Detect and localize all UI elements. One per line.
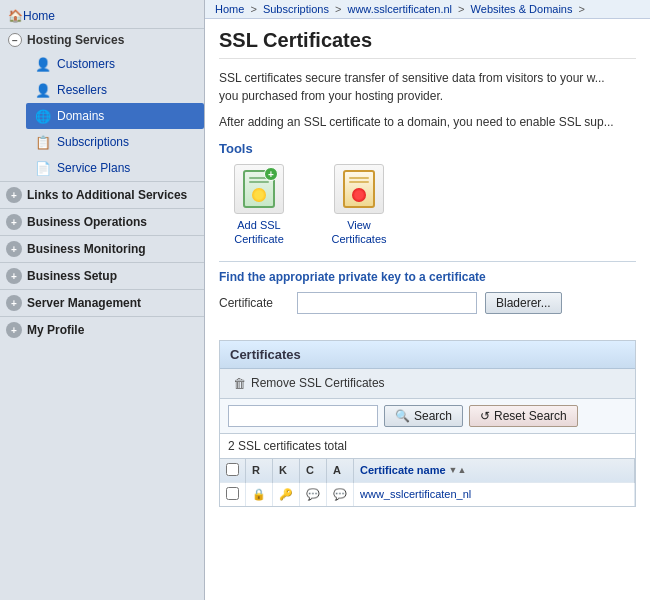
search-row: 🔍 Search ↺ Reset Search — [220, 399, 635, 434]
page-title: SSL Certificates — [219, 29, 636, 59]
table-header-row: R K C A Certificate name ▼▲ — [220, 459, 635, 483]
breadcrumb: Home > Subscriptions > www.sslcertificat… — [205, 0, 650, 19]
cert-status-r-icon: 🔒 — [252, 488, 266, 500]
plus-icon-3: + — [6, 241, 22, 257]
row1-check[interactable] — [226, 487, 239, 500]
sidebar-section-server-mgmt[interactable]: + Server Management — [0, 289, 204, 316]
select-all-checkbox[interactable] — [226, 463, 239, 476]
add-ssl-icon-box: + — [234, 164, 284, 214]
reset-icon: ↺ — [480, 409, 490, 423]
sidebar-section-business-ops[interactable]: + Business Operations — [0, 208, 204, 235]
certificates-section: Certificates 🗑 Remove SSL Certificates 🔍… — [219, 340, 636, 507]
add-ssl-label: Add SSLCertificate — [234, 218, 284, 247]
sep4: > — [579, 3, 585, 15]
trash-icon: 🗑 — [233, 376, 246, 391]
remove-btn-label: Remove SSL Certificates — [251, 376, 385, 390]
hosting-section-label: Hosting Services — [27, 33, 124, 47]
cert-key-icon: 🔑 — [279, 488, 293, 500]
col-checkbox — [220, 459, 246, 483]
cert-search-input[interactable] — [228, 405, 378, 427]
row1-name: www_sslcertificaten_nl — [354, 482, 635, 506]
search-btn-label: Search — [414, 409, 452, 423]
cert-name-col-label: Certificate name — [360, 464, 446, 476]
certificate-label: Certificate — [219, 296, 289, 310]
tools-row: + Add SSLCertificate — [219, 164, 636, 247]
table-row: 🔒 🔑 💬 💬 www_sslcertificaten_nl — [220, 482, 635, 506]
col-c-header: C — [300, 459, 327, 483]
cert-c-icon: 💬 — [306, 488, 320, 500]
description1: SSL certificates secure transfer of sens… — [219, 69, 636, 105]
service-plans-icon: 📄 — [34, 159, 52, 177]
certificates-table: R K C A Certificate name ▼▲ — [220, 459, 635, 506]
add-ssl-cert-icon: + — [243, 170, 275, 208]
sidebar-item-resellers[interactable]: 👤 Resellers — [26, 77, 204, 103]
sidebar-item-home[interactable]: 🏠 Home — [0, 4, 204, 29]
business-ops-label: Business Operations — [27, 215, 147, 229]
view-certs-icon-box — [334, 164, 384, 214]
breadcrumb-domain[interactable]: www.sslcertificaten.nl — [347, 3, 452, 15]
view-certs-tool[interactable]: View Certificates — [319, 164, 399, 247]
total-text: 2 SSL certificates total — [228, 439, 347, 453]
hosting-services-header[interactable]: − Hosting Services — [0, 29, 204, 51]
remove-ssl-button[interactable]: 🗑 Remove SSL Certificates — [228, 374, 390, 393]
certificate-form-row: Certificate Bladerer... — [219, 292, 636, 314]
reset-search-button[interactable]: ↺ Reset Search — [469, 405, 578, 427]
row1-r: 🔒 — [246, 482, 273, 506]
collapse-icon: − — [8, 33, 22, 47]
reset-btn-label: Reset Search — [494, 409, 567, 423]
breadcrumb-subscriptions[interactable]: Subscriptions — [263, 3, 329, 15]
sidebar-item-service-plans[interactable]: 📄 Service Plans — [26, 155, 204, 181]
col-r-header: R — [246, 459, 273, 483]
server-mgmt-label: Server Management — [27, 296, 141, 310]
total-row: 2 SSL certificates total — [220, 434, 635, 459]
subscriptions-label: Subscriptions — [57, 135, 129, 149]
sidebar-section-business-mon[interactable]: + Business Monitoring — [0, 235, 204, 262]
cert-toolbar: 🗑 Remove SSL Certificates — [220, 369, 635, 399]
resellers-label: Resellers — [57, 83, 107, 97]
cert-name-link[interactable]: www_sslcertificaten_nl — [360, 488, 471, 500]
resellers-icon: 👤 — [34, 81, 52, 99]
links-section-label: Links to Additional Services — [27, 188, 187, 202]
search-button[interactable]: 🔍 Search — [384, 405, 463, 427]
bladeren-button[interactable]: Bladerer... — [485, 292, 562, 314]
sidebar-item-domains[interactable]: 🌐 Domains — [26, 103, 204, 129]
plus-icon-4: + — [6, 268, 22, 284]
breadcrumb-websites[interactable]: Websites & Domains — [471, 3, 573, 15]
row1-k: 🔑 — [273, 482, 300, 506]
service-plans-label: Service Plans — [57, 161, 130, 175]
plus-icon-2: + — [6, 214, 22, 230]
breadcrumb-home[interactable]: Home — [215, 3, 244, 15]
tools-title: Tools — [219, 141, 636, 156]
domains-label: Domains — [57, 109, 104, 123]
sidebar-item-subscriptions[interactable]: 📋 Subscriptions — [26, 129, 204, 155]
business-mon-label: Business Monitoring — [27, 242, 146, 256]
certificates-header: Certificates — [220, 341, 635, 369]
sidebar-section-my-profile[interactable]: + My Profile — [0, 316, 204, 343]
description2: After adding an SSL certificate to a dom… — [219, 113, 636, 131]
sidebar-section-links[interactable]: + Links to Additional Services — [0, 181, 204, 208]
home-icon: 🏠 — [8, 9, 23, 23]
add-ssl-tool[interactable]: + Add SSLCertificate — [219, 164, 299, 247]
domains-icon: 🌐 — [34, 107, 52, 125]
sidebar: 🏠 Home − Hosting Services 👤 Customers 👤 … — [0, 0, 205, 600]
customers-label: Customers — [57, 57, 115, 71]
view-certs-label: View Certificates — [319, 218, 399, 247]
plus-icon-6: + — [6, 322, 22, 338]
row1-checkbox — [220, 482, 246, 506]
subscriptions-icon: 📋 — [34, 133, 52, 151]
col-k-header: K — [273, 459, 300, 483]
add-badge: + — [264, 167, 278, 181]
home-label: Home — [23, 9, 55, 23]
col-a-header: A — [327, 459, 354, 483]
col-name-header[interactable]: Certificate name ▼▲ — [354, 459, 635, 483]
sidebar-item-customers[interactable]: 👤 Customers — [26, 51, 204, 77]
private-key-section: Find the appropriate private key to a ce… — [219, 261, 636, 330]
row1-a: 💬 — [327, 482, 354, 506]
sep1: > — [250, 3, 259, 15]
sidebar-section-business-setup[interactable]: + Business Setup — [0, 262, 204, 289]
cert-name-sort[interactable]: Certificate name ▼▲ — [360, 464, 628, 476]
certificate-input[interactable] — [297, 292, 477, 314]
row1-c: 💬 — [300, 482, 327, 506]
cert-a-icon: 💬 — [333, 488, 347, 500]
search-icon: 🔍 — [395, 409, 410, 423]
